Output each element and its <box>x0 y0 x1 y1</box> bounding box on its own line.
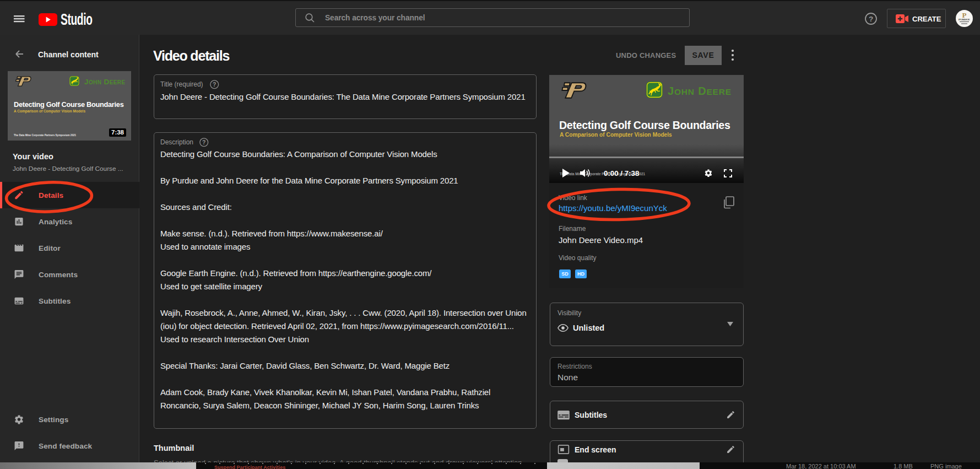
svg-text:?: ? <box>213 82 216 88</box>
svg-text:?: ? <box>202 139 205 145</box>
svg-text:?: ? <box>869 15 873 23</box>
